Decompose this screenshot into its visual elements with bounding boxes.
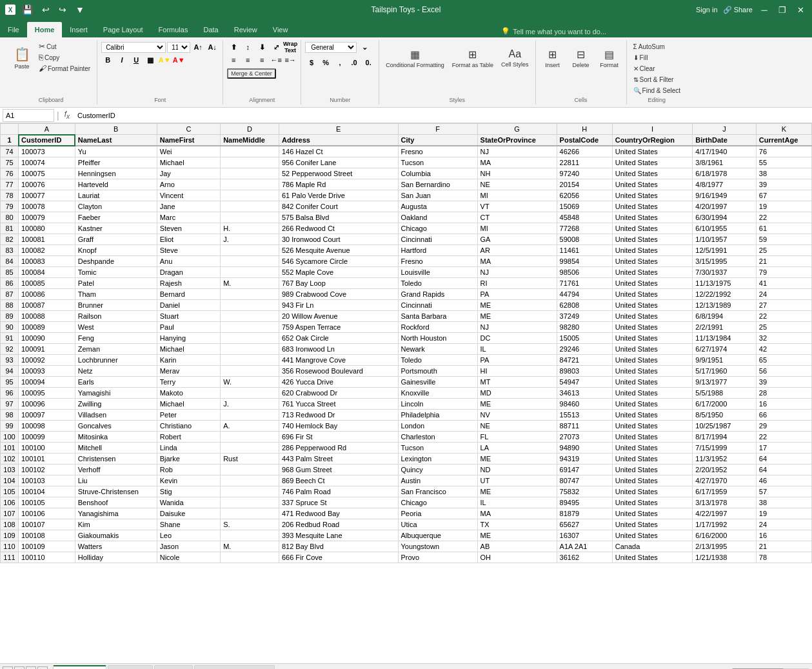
- cell-0[interactable]: 100085: [19, 278, 75, 289]
- cell-8[interactable]: United States: [612, 366, 693, 377]
- cell-3[interactable]: [221, 300, 279, 311]
- cell-4[interactable]: 61 Palo Verde Drive: [279, 190, 398, 201]
- cell-3[interactable]: [221, 355, 279, 366]
- cell-8[interactable]: United States: [612, 333, 693, 344]
- cell-3[interactable]: [221, 201, 279, 212]
- cell-5[interactable]: Newark: [398, 344, 477, 355]
- cell-8[interactable]: United States: [612, 311, 693, 322]
- cell-4[interactable]: 666 Fir Cove: [279, 552, 398, 563]
- cell-1[interactable]: Tham: [75, 289, 157, 300]
- cell-3[interactable]: Rust: [221, 454, 279, 464]
- cell-2[interactable]: Jay: [157, 168, 220, 179]
- cell-9[interactable]: 6/16/2000: [693, 530, 756, 541]
- cell-10[interactable]: 16: [756, 399, 811, 410]
- cell-10[interactable]: 59: [756, 234, 811, 245]
- cell-7[interactable]: 62056: [557, 190, 612, 201]
- cell-2[interactable]: Wei: [157, 146, 220, 157]
- cell-9[interactable]: 6/17/1959: [693, 486, 756, 497]
- cell-7[interactable]: 54947: [557, 377, 612, 388]
- cell-5[interactable]: Chicago: [398, 497, 477, 508]
- cell-1[interactable]: Kastner: [75, 223, 157, 234]
- cell-6[interactable]: LA: [477, 443, 557, 454]
- cell-0[interactable]: 100105: [19, 497, 75, 508]
- cell-G1[interactable]: StateOrProvince: [477, 135, 557, 146]
- col-header-K[interactable]: K: [756, 124, 811, 135]
- delete-cells-btn[interactable]: ⊟ Delete: [568, 41, 594, 75]
- cell-0[interactable]: 100084: [19, 267, 75, 278]
- cell-2[interactable]: Michael: [157, 157, 220, 168]
- cell-6[interactable]: DC: [477, 333, 557, 344]
- format-cells-btn[interactable]: ▤ Format: [597, 41, 622, 75]
- cell-6[interactable]: MI: [477, 190, 557, 201]
- cell-E1[interactable]: Address: [279, 135, 398, 146]
- cell-10[interactable]: 57: [756, 486, 811, 497]
- cell-4[interactable]: 652 Oak Circle: [279, 333, 398, 344]
- cell-9[interactable]: 9/16/1949: [693, 190, 756, 201]
- cell-9[interactable]: 7/15/1999: [693, 443, 756, 454]
- cell-2[interactable]: Arno: [157, 179, 220, 190]
- cell-1[interactable]: Mitchell: [75, 443, 157, 454]
- cell-3[interactable]: [221, 508, 279, 519]
- cell-0[interactable]: 100101: [19, 454, 75, 464]
- cell-9[interactable]: 11/13/1984: [693, 333, 756, 344]
- cell-6[interactable]: HI: [477, 366, 557, 377]
- cell-4[interactable]: 356 Rosewood Boulevard: [279, 366, 398, 377]
- cell-7[interactable]: 89495: [557, 497, 612, 508]
- cell-2[interactable]: Linda: [157, 443, 220, 454]
- cell-0[interactable]: 100088: [19, 311, 75, 322]
- minimize-btn[interactable]: ─: [758, 3, 771, 16]
- cell-7[interactable]: 15005: [557, 333, 612, 344]
- align-center-btn[interactable]: ≡: [241, 54, 254, 66]
- cell-7[interactable]: 15069: [557, 201, 612, 212]
- cell-9[interactable]: 5/5/1988: [693, 388, 756, 399]
- cell-1[interactable]: Yu: [75, 146, 157, 157]
- tab-last-btn[interactable]: ▶▶: [37, 666, 48, 670]
- cell-0[interactable]: 100082: [19, 245, 75, 256]
- cell-5[interactable]: Rockford: [398, 322, 477, 333]
- cell-9[interactable]: 7/30/1937: [693, 267, 756, 278]
- cell-2[interactable]: Vincent: [157, 190, 220, 201]
- merge-center-btn[interactable]: Merge & Center: [227, 68, 276, 79]
- cell-styles-btn[interactable]: Aa Cell Styles: [499, 41, 531, 75]
- cell-7[interactable]: 84721: [557, 355, 612, 366]
- cell-8[interactable]: United States: [612, 146, 693, 157]
- cell-3[interactable]: [221, 475, 279, 486]
- cell-4[interactable]: 471 Redwood Bay: [279, 508, 398, 519]
- cell-5[interactable]: Tucson: [398, 443, 477, 454]
- increase-font-btn[interactable]: A↑: [192, 41, 204, 53]
- cell-5[interactable]: Quincy: [398, 464, 477, 475]
- cell-5[interactable]: San Juan: [398, 190, 477, 201]
- customize-quick-btn[interactable]: ▼: [73, 3, 87, 16]
- cell-2[interactable]: Dragan: [157, 267, 220, 278]
- cell-7[interactable]: 16307: [557, 530, 612, 541]
- cell-8[interactable]: United States: [612, 508, 693, 519]
- cell-H1[interactable]: PostalCode: [557, 135, 612, 146]
- cell-9[interactable]: 11/13/1975: [693, 278, 756, 289]
- align-right-btn[interactable]: ≡: [255, 54, 268, 66]
- cell-10[interactable]: 42: [756, 344, 811, 355]
- cell-10[interactable]: 38: [756, 497, 811, 508]
- cell-5[interactable]: Gainesville: [398, 377, 477, 388]
- cell-5[interactable]: Utica: [398, 519, 477, 530]
- fill-color-btn[interactable]: A▼: [158, 54, 171, 66]
- cell-8[interactable]: United States: [612, 212, 693, 223]
- col-header-H[interactable]: H: [557, 124, 612, 135]
- cell-9[interactable]: 1/21/1938: [693, 552, 756, 563]
- cell-5[interactable]: Charleston: [398, 432, 477, 443]
- cell-9[interactable]: 4/22/1997: [693, 508, 756, 519]
- cell-1[interactable]: Kim: [75, 519, 157, 530]
- text-direction-btn[interactable]: ⤢: [270, 41, 282, 53]
- cell-5[interactable]: Youngstown: [398, 541, 477, 552]
- tab-home[interactable]: Home: [27, 22, 63, 37]
- format-table-btn[interactable]: ⊞ Format as Table: [450, 41, 496, 75]
- cell-4[interactable]: 943 Fir Ln: [279, 300, 398, 311]
- cell-2[interactable]: Stig: [157, 486, 220, 497]
- cell-10[interactable]: 55: [756, 157, 811, 168]
- name-box[interactable]: [3, 109, 54, 122]
- cell-10[interactable]: 32: [756, 333, 811, 344]
- cell-6[interactable]: NH: [477, 168, 557, 179]
- cell-6[interactable]: IL: [477, 344, 557, 355]
- cell-5[interactable]: Provo: [398, 552, 477, 563]
- cell-0[interactable]: 100109: [19, 541, 75, 552]
- cell-0[interactable]: 100074: [19, 157, 75, 168]
